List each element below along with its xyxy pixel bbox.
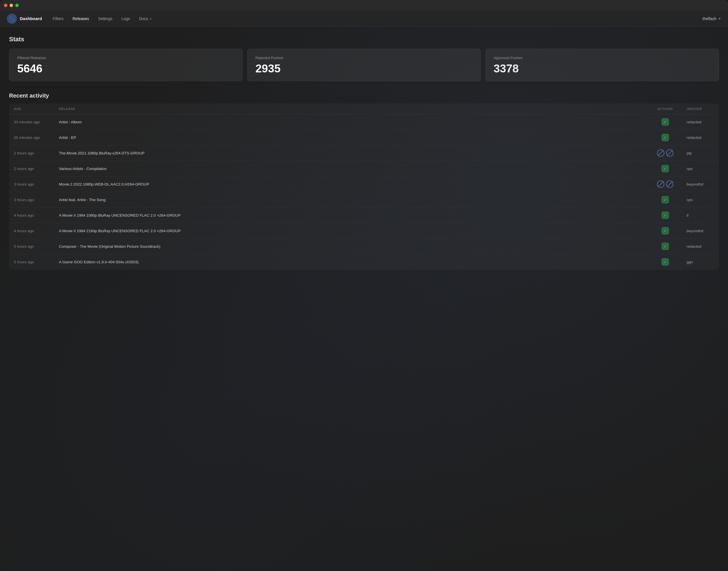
stat-filtered-value: 5646 [17, 63, 234, 74]
cell-actions[interactable] [648, 145, 682, 161]
navbar: 🐾 Dashboard Filters Releases Settings Lo… [0, 11, 728, 27]
activity-table: AGE RELEASE ACTIONS INDEXER 33 minutes a… [9, 104, 719, 270]
cell-release: Composer - The Movie (Original Motion Pi… [54, 239, 648, 254]
approve-icon[interactable]: ✓ [661, 165, 669, 172]
stats-title: Stats [9, 36, 719, 43]
table-row[interactable]: 55 minutes agoArtist - EP✓redacted [9, 130, 719, 145]
cell-actions[interactable]: ✓ [648, 223, 682, 239]
cell-indexer: ops [682, 161, 719, 177]
minimize-button[interactable] [10, 4, 13, 7]
cell-release: The.Movie.2021.1080p.BluRay.x264.DTS-GRO… [54, 145, 648, 161]
cell-actions[interactable]: ✓ [648, 208, 682, 223]
cell-age: 3 hours ago [9, 177, 54, 192]
cell-release: Artist feat. Artist - The Song [54, 192, 648, 208]
cell-actions[interactable] [648, 177, 682, 192]
cell-release: A Movie II 1984 2160p BluRay UNCENSORED … [54, 223, 648, 239]
cell-indexer: redacted [682, 239, 719, 254]
cell-actions[interactable]: ✓ [648, 254, 682, 270]
col-release: RELEASE [54, 104, 648, 114]
stat-rejected-label: Rejected Pushes [255, 56, 473, 60]
titlebar [0, 0, 728, 11]
nav-links: Filters Releases Settings Logs Docs [49, 15, 703, 23]
table-row[interactable]: 5 hours agoA Game GOG Edition v1.9.6-404… [9, 254, 719, 270]
activity-title: Recent activity [9, 93, 719, 99]
approve-icon[interactable]: ✓ [661, 227, 669, 234]
approve-icon[interactable]: ✓ [661, 243, 669, 250]
nav-filters[interactable]: Filters [49, 15, 67, 23]
cell-release: Artist - Album [54, 114, 648, 130]
nav-logs[interactable]: Logs [117, 15, 134, 23]
maximize-button[interactable] [15, 4, 19, 7]
cell-release: Movie.2.2022.1080p.WEB-DL.AAC2.0.H264-GR… [54, 177, 648, 192]
approve-icon[interactable]: ✓ [661, 212, 669, 219]
table-row[interactable]: 5 hours agoComposer - The Movie (Origina… [9, 239, 719, 254]
activity-rows: 33 minutes agoArtist - Album✓redacted55 … [9, 114, 719, 270]
cell-age: 2 hours ago [9, 145, 54, 161]
approve-icon[interactable]: ✓ [661, 196, 669, 203]
cell-release: Artist - EP [54, 130, 648, 145]
cell-indexer: redacted [682, 130, 719, 145]
cell-indexer: ggn [682, 254, 719, 270]
stats-grid: Filtered Releases 5646 Rejected Pushes 2… [9, 49, 719, 81]
reject-icon[interactable] [666, 181, 674, 188]
stat-rejected-value: 2935 [255, 63, 473, 74]
stat-approved-pushes: Approved Pushes 3378 [485, 49, 719, 81]
chevron-down-icon: ▼ [718, 17, 721, 20]
nav-docs[interactable]: Docs [135, 15, 155, 23]
stat-approved-label: Approved Pushes [494, 56, 711, 60]
cell-age: 4 hours ago [9, 223, 54, 239]
stat-rejected-pushes: Rejected Pushes 2935 [247, 49, 481, 81]
table-row[interactable]: 2 hours agoVarious Artists - Compilation… [9, 161, 719, 177]
cell-age: 4 hours ago [9, 208, 54, 223]
logo-icon: 🐾 [7, 14, 17, 24]
cell-release: Various Artists - Compilation [54, 161, 648, 177]
cell-indexer: ptp [682, 145, 719, 161]
main-content: Stats Filtered Releases 5646 Rejected Pu… [0, 27, 728, 571]
cell-age: 55 minutes ago [9, 130, 54, 145]
cell-actions[interactable]: ✓ [648, 161, 682, 177]
nav-username: theflash [703, 16, 716, 21]
nav-brand: Dashboard [20, 16, 42, 21]
table-row[interactable]: 4 hours agoA Movie II 1984 1080p BluRay … [9, 208, 719, 223]
cell-release: A Movie II 1984 1080p BluRay UNCENSORED … [54, 208, 648, 223]
table-row[interactable]: 3 hours agoMovie.2.2022.1080p.WEB-DL.AAC… [9, 177, 719, 192]
nav-releases[interactable]: Releases [69, 15, 93, 23]
cell-actions[interactable]: ✓ [648, 239, 682, 254]
approve-icon[interactable]: ✓ [661, 118, 669, 126]
cell-indexer: redacted [682, 114, 719, 130]
reject-icon[interactable] [666, 149, 674, 157]
col-actions: ACTIONS [648, 104, 682, 114]
nav-settings[interactable]: Settings [94, 15, 117, 23]
cell-age: 2 hours ago [9, 161, 54, 177]
close-button[interactable] [4, 4, 7, 7]
cell-release: A Game GOG Edition v1.9.6-404-504u (4350… [54, 254, 648, 270]
stat-filtered-releases: Filtered Releases 5646 [9, 49, 243, 81]
col-age: AGE [9, 104, 54, 114]
table-row[interactable]: 3 hours agoArtist feat. Artist - The Son… [9, 192, 719, 208]
stats-section: Stats Filtered Releases 5646 Rejected Pu… [9, 36, 719, 81]
cell-age: 3 hours ago [9, 192, 54, 208]
activity-section: Recent activity AGE RELEASE ACTIONS INDE… [9, 93, 719, 270]
reject-icon[interactable] [657, 181, 664, 188]
cell-actions[interactable]: ✓ [648, 130, 682, 145]
cell-age: 5 hours ago [9, 239, 54, 254]
cell-actions[interactable]: ✓ [648, 192, 682, 208]
nav-user[interactable]: theflash ▼ [703, 16, 721, 21]
table-row[interactable]: 4 hours agoA Movie II 1984 2160p BluRay … [9, 223, 719, 239]
reject-icon[interactable] [657, 149, 664, 157]
approve-icon[interactable]: ✓ [661, 258, 669, 265]
cell-indexer: ops [682, 192, 719, 208]
col-indexer: INDEXER [682, 104, 719, 114]
table-row[interactable]: 2 hours agoThe.Movie.2021.1080p.BluRay.x… [9, 145, 719, 161]
cell-indexer: tl [682, 208, 719, 223]
stat-approved-value: 3378 [494, 63, 711, 74]
table-row[interactable]: 33 minutes agoArtist - Album✓redacted [9, 114, 719, 130]
cell-age: 33 minutes ago [9, 114, 54, 130]
stat-filtered-label: Filtered Releases [17, 56, 234, 60]
table-header: AGE RELEASE ACTIONS INDEXER [9, 104, 719, 114]
approve-icon[interactable]: ✓ [661, 134, 669, 141]
cell-age: 5 hours ago [9, 254, 54, 270]
cell-indexer: beyondhd [682, 223, 719, 239]
cell-actions[interactable]: ✓ [648, 114, 682, 130]
nav-logo: 🐾 Dashboard [7, 14, 42, 24]
